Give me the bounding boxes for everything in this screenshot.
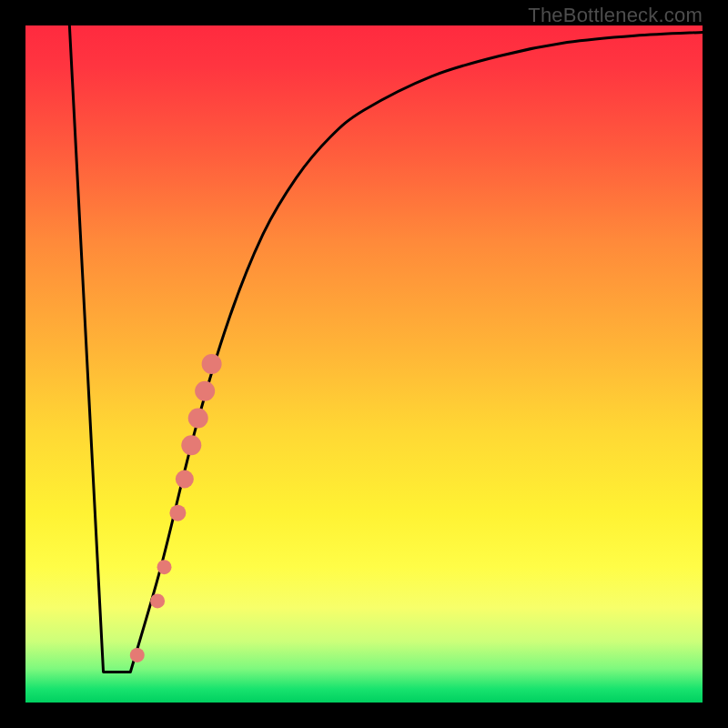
bottleneck-path <box>69 25 703 672</box>
curve-marker <box>157 560 172 574</box>
curve-layer <box>25 25 703 703</box>
curve-marker <box>176 470 194 488</box>
chart-frame: TheBottleneck.com <box>0 0 728 728</box>
curve-marker <box>181 435 201 455</box>
curve-marker <box>169 505 186 521</box>
curve-marker <box>188 409 208 429</box>
curve-marker <box>202 354 222 374</box>
curve-marker <box>195 381 215 401</box>
curve-markers <box>130 354 222 662</box>
watermark-text: TheBottleneck.com <box>528 4 703 27</box>
plot-area <box>25 25 703 703</box>
curve-marker <box>130 648 145 662</box>
curve-marker <box>150 593 165 608</box>
bottleneck-curve <box>69 25 703 672</box>
